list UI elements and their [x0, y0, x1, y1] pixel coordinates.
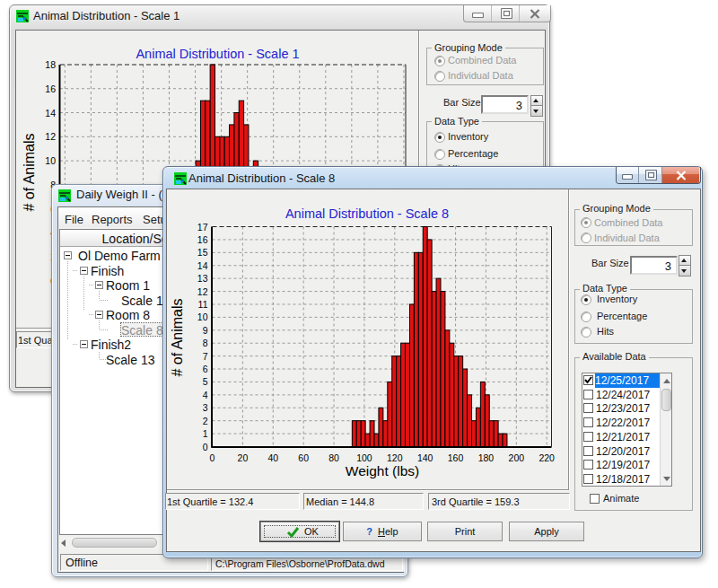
svg-text:16: 16	[197, 234, 208, 245]
svg-text:# of Animals: # of Animals	[170, 298, 185, 376]
svg-text:Animal Distribution - Scale 8: Animal Distribution - Scale 8	[285, 206, 449, 221]
svg-text:180: 180	[478, 452, 495, 463]
svg-text:160: 160	[448, 452, 464, 463]
svg-text:Animal Distribution - Scale 1: Animal Distribution - Scale 1	[136, 47, 299, 61]
svg-text:16: 16	[45, 83, 56, 94]
svg-text:12: 12	[197, 286, 208, 297]
svg-text:Weight (lbs): Weight (lbs)	[346, 463, 419, 478]
svg-text:9: 9	[203, 325, 208, 336]
svg-text:13: 13	[197, 273, 208, 284]
svg-text:10: 10	[45, 155, 56, 166]
svg-text:120: 120	[387, 452, 403, 463]
svg-text:200: 200	[509, 452, 525, 463]
svg-text:11: 11	[198, 299, 208, 310]
svg-text:14: 14	[197, 260, 208, 271]
svg-text:60: 60	[298, 452, 309, 463]
svg-text:100: 100	[356, 452, 372, 463]
svg-text:17: 17	[197, 222, 208, 233]
svg-text:40: 40	[267, 452, 278, 463]
svg-text:1: 1	[203, 428, 208, 439]
svg-text:# of Animals: # of Animals	[22, 133, 37, 211]
svg-text:0: 0	[210, 452, 215, 463]
svg-text:220: 220	[538, 452, 555, 463]
svg-text:2: 2	[203, 416, 208, 426]
svg-text:0: 0	[203, 442, 208, 452]
svg-text:6: 6	[203, 364, 208, 374]
svg-text:3: 3	[203, 402, 208, 413]
svg-text:20: 20	[238, 452, 249, 463]
svg-text:140: 140	[417, 452, 433, 463]
svg-text:18: 18	[45, 59, 56, 70]
svg-text:14: 14	[45, 108, 56, 118]
svg-text:10: 10	[197, 312, 208, 322]
svg-text:80: 80	[328, 452, 339, 463]
svg-text:4: 4	[203, 390, 208, 400]
svg-text:8: 8	[203, 338, 208, 348]
svg-text:7: 7	[203, 351, 208, 362]
svg-text:5: 5	[203, 376, 208, 387]
svg-text:15: 15	[197, 247, 208, 258]
svg-text:12: 12	[45, 131, 56, 142]
